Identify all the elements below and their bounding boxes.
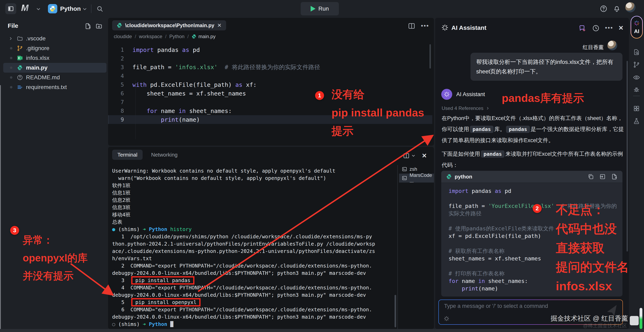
rail-ai-assistant-button[interactable]: AI: [630, 16, 643, 38]
line-number: 3: [108, 64, 124, 70]
split-editor-icon[interactable]: [408, 22, 415, 30]
code-line[interactable]: [448, 240, 615, 247]
search-icon[interactable]: [96, 5, 103, 12]
tab-terminal[interactable]: Terminal: [112, 150, 142, 160]
green-scroll-indicator[interactable]: [640, 308, 642, 329]
file-type-icon: [17, 55, 23, 61]
code-line[interactable]: 5with pd.ExcelFile(file_path) as xf:: [108, 80, 432, 89]
code-line[interactable]: print(name): [448, 285, 615, 292]
copy-code-icon[interactable]: [588, 173, 594, 180]
breadcrumb-item[interactable]: main.py: [192, 34, 216, 39]
rail-item-labs-icon[interactable]: [629, 118, 644, 125]
editor-tab-title: \cloudide\workspace\Python\main.py: [125, 22, 214, 28]
rail-item-source-control-icon[interactable]: [629, 61, 644, 68]
code-line[interactable]: [448, 217, 615, 225]
sidebar-toggle-button[interactable]: [5, 3, 16, 14]
code-line[interactable]: sheet_names = xf.sheet_names: [448, 255, 615, 262]
breadcrumb-item[interactable]: cloudide: [114, 34, 132, 39]
code-line[interactable]: 4: [108, 72, 432, 80]
project-chevron-down-icon[interactable]: [82, 6, 87, 12]
code-line[interactable]: # 打印所有工作表名称: [448, 270, 615, 277]
breadcrumb[interactable]: cloudide/workspace/Python/main.py: [114, 34, 216, 39]
terminal-session-item[interactable]: MarsCode ...: [399, 173, 434, 182]
chat-history-icon[interactable]: [592, 24, 600, 32]
code-line[interactable]: 实际文件路径: [448, 210, 615, 217]
code-line[interactable]: # 使用pandas的ExcelFile类来读取文件: [448, 225, 615, 232]
code-line[interactable]: 7: [108, 98, 432, 107]
code-line[interactable]: [448, 292, 615, 297]
rail-item-extensions-icon[interactable]: [629, 105, 644, 112]
chat-scrollbar[interactable]: [626, 61, 628, 251]
user-avatar[interactable]: [625, 2, 636, 12]
input-sparkle-icon: [444, 316, 450, 322]
split-terminal-icon: [403, 153, 410, 159]
annotation-badge-3: 3: [10, 226, 19, 235]
file-item[interactable]: infos.xlsx: [3, 53, 106, 63]
code-line[interactable]: 2: [108, 54, 432, 63]
code-line[interactable]: file_path = 'YourExcelFile.xlsx' # 将此路径替…: [448, 202, 615, 210]
breadcrumb-item[interactable]: Python: [169, 34, 184, 39]
editor-tab[interactable]: \cloudide\workspace\Python\main.py ✕: [112, 20, 226, 30]
code-line[interactable]: 3file_path = 'infos.xlsx' # 将此路径替换为你的实际文…: [108, 63, 432, 72]
notifications-bell-icon[interactable]: [613, 4, 621, 12]
terminal-output[interactable]: UserWarning: Workbook contains no defaul…: [112, 167, 396, 328]
file-item[interactable]: requirements.txt: [3, 82, 106, 92]
code-block-language: python: [455, 173, 472, 180]
rail-item-code-review-icon[interactable]: [629, 74, 644, 81]
code-line[interactable]: 6 sheet_names = xf.sheet_names: [108, 89, 432, 98]
code-line[interactable]: xf = pd.ExcelFile(file_path): [448, 232, 615, 240]
file-item[interactable]: .gitignore: [3, 43, 106, 53]
create-file-from-code-icon[interactable]: [611, 173, 618, 180]
code-line[interactable]: import pandas as pd: [448, 187, 615, 195]
terminal-scrollbar[interactable]: [394, 295, 396, 327]
file-item[interactable]: README.md: [3, 73, 106, 82]
new-file-icon[interactable]: [84, 23, 92, 30]
code-editor[interactable]: 1import pandas as pd23file_path = 'infos…: [108, 43, 432, 147]
tab-close-icon[interactable]: ✕: [217, 22, 222, 29]
new-chat-icon[interactable]: [578, 24, 586, 32]
file-item[interactable]: main.py: [3, 63, 106, 73]
chat-message-input[interactable]: [444, 303, 611, 310]
marscode-logo[interactable]: M: [21, 3, 29, 13]
code-line[interactable]: [448, 195, 615, 202]
insert-code-icon[interactable]: [599, 173, 606, 180]
tab-networking[interactable]: Networking: [146, 150, 183, 160]
breadcrumb-item[interactable]: workspace: [139, 34, 162, 39]
code-line[interactable]: 8 for name in sheet_names:: [108, 107, 432, 115]
terminal-panel: Terminal Networking ✕ UserWarning: Workb…: [108, 147, 434, 329]
terminal-line: 信息3班: [112, 204, 396, 211]
python-file-icon: [116, 22, 122, 28]
ai-more-actions-icon[interactable]: •••: [605, 24, 613, 31]
editor-scrollbar[interactable]: [430, 44, 431, 69]
code-line[interactable]: 9 print(name): [108, 115, 432, 124]
ai-response-paragraph: 在Python中，要读取Excel文件（.xlsx格式）的所有工作表（sheet…: [442, 113, 624, 146]
rail-item-file-search-icon[interactable]: [629, 49, 644, 56]
logo-chevron-down-icon[interactable]: [36, 6, 41, 12]
bottom-resize-strip: [0, 329, 644, 332]
split-terminal-button[interactable]: [403, 153, 416, 159]
breadcrumb-separator: /: [135, 34, 136, 39]
file-item[interactable]: .vscode: [3, 34, 106, 43]
editor-more-actions-icon[interactable]: •••: [421, 22, 429, 29]
references-toggle[interactable]: Used 4 References: [442, 105, 490, 111]
help-icon[interactable]: [600, 5, 608, 12]
run-button[interactable]: Run: [301, 2, 339, 15]
project-python-icon[interactable]: [48, 4, 57, 13]
chevron-right-icon[interactable]: [8, 36, 14, 41]
breadcrumb-separator: /: [165, 34, 166, 39]
code-line[interactable]: [448, 262, 615, 270]
file-dot-indicator: [8, 86, 14, 88]
rail-item-debug-icon[interactable]: [629, 86, 644, 93]
python-lang-icon: [446, 174, 452, 179]
code-block-content[interactable]: import pandas as pdfile_path = 'YourExce…: [441, 183, 622, 297]
code-line[interactable]: for name in sheet_names:: [448, 277, 615, 285]
code-line[interactable]: # 获取所有工作表名称: [448, 247, 615, 255]
new-folder-icon[interactable]: [96, 23, 102, 30]
ai-panel-close-icon[interactable]: ✕: [618, 24, 624, 31]
terminal-close-icon[interactable]: ✕: [422, 152, 427, 159]
user-message-bubble: 帮我读取分析一下当前路径下的infos.xlsx文件，把所有sheet页的名称打…: [470, 53, 622, 81]
terminal-line: debugpy-2024.0.0-linux-x64/bundled/libs:…: [112, 291, 396, 299]
code-line[interactable]: 1import pandas as pd: [108, 45, 432, 54]
project-name[interactable]: Python: [60, 5, 81, 12]
terminal-line: 移动4班: [112, 211, 396, 218]
